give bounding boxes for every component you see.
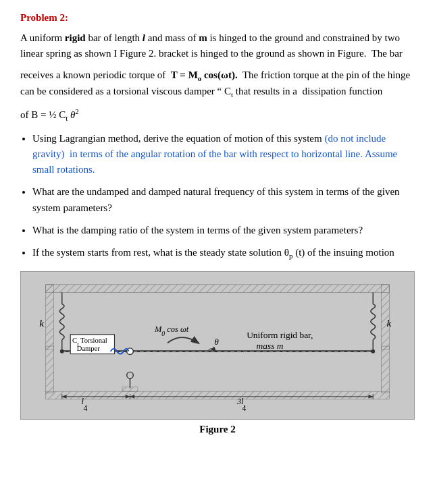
- left-spring: [59, 292, 64, 351]
- dim-l4-denom: 4: [83, 404, 87, 412]
- bar-label: Uniform rigid bar,: [247, 330, 313, 340]
- intro-paragraph-1: A uniform rigid bar of length l and mass…: [20, 30, 415, 62]
- damper-label: Damper: [77, 345, 100, 352]
- bullet-item-1: Using Lagrangian method, derive the equa…: [32, 131, 415, 178]
- svg-rect-6: [382, 346, 390, 393]
- bullet-list: Using Lagrangian method, derive the equa…: [32, 131, 415, 262]
- torque-label: M0 cos ωt: [154, 325, 189, 337]
- bullet-item-2: What are the undamped and damped natural…: [32, 184, 415, 216]
- dim-3l4-denom: 4: [242, 404, 246, 412]
- svg-rect-15: [122, 387, 138, 391]
- svg-point-29: [60, 349, 64, 354]
- figure-2: k k Ct Torsional Damper: [20, 271, 415, 420]
- svg-rect-4: [46, 391, 389, 399]
- problem-title: Problem 2:: [20, 12, 415, 24]
- svg-rect-2: [46, 285, 54, 349]
- svg-rect-5: [46, 346, 54, 393]
- figure-svg: k k Ct Torsional Damper: [26, 279, 409, 414]
- svg-point-30: [371, 349, 375, 354]
- k-label-left: k: [39, 317, 45, 329]
- svg-point-13: [127, 372, 134, 379]
- intro-paragraph-2: receives a known periodic torque of T = …: [20, 67, 415, 101]
- bullet-1-colored: (do not include gravity) in terms of the…: [32, 133, 397, 175]
- intro-paragraph-3: of B = ½ Ct θ2: [20, 106, 415, 124]
- bullet-item-4: If the system starts from rest, what is …: [32, 245, 415, 262]
- theta-label: θ: [214, 337, 219, 347]
- svg-rect-1: [46, 285, 389, 293]
- k-label-right: k: [386, 317, 392, 329]
- bullet-item-3: What is the damping ratio of the system …: [32, 223, 415, 238]
- right-spring: [371, 292, 376, 351]
- figure-label: Figure 2: [20, 424, 415, 435]
- mass-label: mass m: [257, 341, 284, 351]
